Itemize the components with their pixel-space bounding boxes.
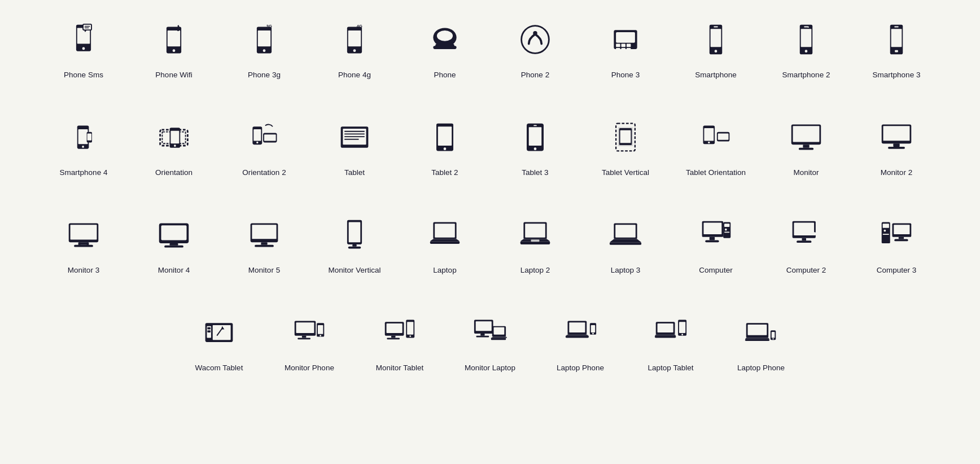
svg-point-2 [82,47,85,50]
svg-rect-94 [71,225,97,239]
svg-rect-27 [616,32,635,43]
icon-item-smartphone[interactable]: Smartphone [671,11,761,92]
svg-rect-171 [569,322,585,332]
svg-rect-111 [348,246,361,248]
svg-rect-141 [899,237,904,239]
icon-item-monitor-vertical[interactable]: Monitor Vertical [309,207,400,287]
icon-item-monitor-4[interactable]: Monitor 4 [129,207,219,287]
svg-rect-164 [476,321,492,331]
icon-item-laptop-tablet[interactable]: Laptop Tablet [625,304,716,385]
laptop-phone-2-icon [738,310,784,355]
icon-item-laptop-2[interactable]: Laptop 2 [490,207,580,287]
orientation-icon [151,115,196,160]
svg-rect-72 [529,127,542,146]
icon-item-smartphone-4[interactable]: Smartphone 4 [38,109,129,190]
wacom-tablet-label: Wacom Tablet [195,363,243,374]
icon-item-phone-2[interactable]: Phone 2 [490,11,580,92]
icon-item-phone[interactable]: Phone [400,11,490,92]
icon-item-tablet-vertical[interactable]: Tablet Vertical [580,109,671,190]
icon-item-computer-3[interactable]: Computer 3 [851,207,942,287]
icon-item-phone-wifi[interactable]: Phone Wifi [129,11,219,92]
icon-item-orientation-2[interactable]: Orientation 2 [219,109,309,190]
svg-rect-133 [797,240,811,243]
svg-rect-35 [711,29,721,47]
icon-grid: Phone Sms Phone Wifi [6,11,974,402]
icon-item-tablet-2[interactable]: Tablet 2 [400,109,490,190]
icon-item-tablet-3[interactable]: Tablet 3 [490,109,580,190]
monitor-4-label: Monitor 4 [158,265,190,276]
laptop-3-label: Laptop 3 [611,265,641,276]
icon-item-monitor-2[interactable]: Monitor 2 [851,109,942,190]
icon-item-monitor-laptop[interactable]: Monitor Laptop [445,304,535,385]
phone-icon [422,17,467,62]
svg-point-18 [353,49,356,52]
svg-point-162 [409,335,411,337]
svg-rect-91 [893,143,899,147]
icon-item-phone-4g[interactable]: 4G Phone 4g [309,11,400,92]
svg-rect-95 [80,242,88,245]
icon-item-computer-2[interactable]: Computer 2 [761,207,851,287]
phone-wifi-icon [151,17,196,62]
svg-rect-123 [703,222,721,234]
tablet-orientation-icon [693,115,738,160]
svg-rect-37 [714,27,718,28]
svg-rect-9 [168,30,181,46]
icon-item-laptop-3[interactable]: Laptop 3 [580,207,671,287]
icon-item-monitor[interactable]: Monitor [761,109,851,190]
svg-rect-165 [480,334,485,336]
svg-rect-151 [302,335,307,338]
svg-point-24 [522,26,549,54]
svg-rect-69 [438,126,452,146]
svg-rect-48 [78,129,88,144]
tablet-label: Tablet [344,168,365,178]
svg-point-10 [173,49,176,52]
svg-rect-113 [435,224,455,237]
laptop-tablet-icon [648,310,693,355]
phone-sms-label: Phone Sms [64,70,103,81]
icon-item-phone-3[interactable]: Phone 3 [580,11,671,92]
icon-item-monitor-3[interactable]: Monitor 3 [38,207,129,287]
icon-item-phone-3g[interactable]: 3G Phone 3g [219,11,309,92]
smartphone-4-label: Smartphone 4 [60,168,108,178]
monitor-laptop-icon [467,310,513,355]
orientation-label: Orientation [155,168,193,178]
svg-rect-74 [533,125,537,126]
icon-item-laptop[interactable]: Laptop [400,207,490,287]
svg-rect-146 [207,330,211,332]
svg-rect-161 [407,322,413,335]
svg-rect-100 [161,225,187,240]
icon-item-monitor-phone[interactable]: Monitor Phone [264,304,355,385]
icon-item-tablet-orientation[interactable]: Tablet Orientation [671,109,761,190]
monitor-2-icon [874,115,919,160]
phone-3g-icon: 3G [242,17,287,62]
svg-text:3G: 3G [266,24,272,29]
icon-item-laptop-phone[interactable]: Laptop Phone [535,304,625,385]
svg-point-25 [533,31,537,36]
monitor-vertical-icon [332,212,377,257]
monitor-3-icon [61,212,106,257]
icon-item-smartphone-2[interactable]: Smartphone 2 [761,11,851,92]
icon-item-monitor-5[interactable]: Monitor 5 [219,207,309,287]
icon-item-tablet[interactable]: Tablet [309,109,400,190]
tablet-2-label: Tablet 2 [431,168,458,178]
icon-item-computer[interactable]: Computer [671,207,761,287]
svg-rect-51 [88,133,92,140]
row-4: Wacom Tablet Monitor Phone [6,304,974,385]
phone-wifi-label: Phone Wifi [155,70,192,81]
icon-item-smartphone-3[interactable]: Smartphone 3 [851,11,942,92]
icon-item-laptop-phone-2[interactable]: Laptop Phone [716,304,806,385]
icon-item-orientation[interactable]: Orientation [129,109,219,190]
monitor-laptop-label: Monitor Laptop [465,363,515,374]
smartphone-label: Smartphone [695,70,737,81]
svg-point-155 [320,335,321,336]
svg-rect-121 [610,242,641,245]
phone-3-icon [603,17,648,62]
icon-item-phone-sms[interactable]: Phone Sms [38,11,129,92]
icon-item-wacom-tablet[interactable]: Wacom Tablet [174,304,264,385]
tablet-icon [332,115,377,160]
phone-2-icon [513,17,558,62]
svg-rect-177 [658,323,673,332]
icon-item-monitor-tablet[interactable]: Monitor Tablet [355,304,445,385]
svg-rect-39 [801,29,812,47]
svg-point-70 [444,147,447,150]
